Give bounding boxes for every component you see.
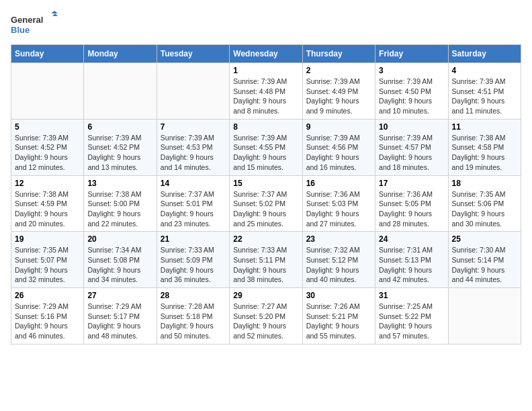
calendar-cell: 28Sunrise: 7:28 AMSunset: 5:18 PMDayligh…	[157, 288, 229, 345]
calendar-cell: 8Sunrise: 7:39 AMSunset: 4:55 PMDaylight…	[230, 119, 302, 175]
sunrise-text: Sunrise: 7:27 AM	[233, 302, 298, 312]
daylight-text: Daylight: 9 hours and 30 minutes.	[452, 209, 517, 228]
daylight-text: Daylight: 9 hours and 20 minutes.	[15, 209, 80, 228]
day-info: Sunrise: 7:37 AMSunset: 5:02 PMDaylight:…	[233, 189, 298, 229]
day-number: 8	[233, 122, 298, 132]
day-number: 10	[379, 122, 444, 132]
sunset-text: Sunset: 4:58 PM	[452, 142, 517, 152]
day-number: 7	[161, 122, 226, 132]
sunset-text: Sunset: 5:12 PM	[306, 255, 371, 265]
sunset-text: Sunset: 5:01 PM	[161, 199, 226, 209]
calendar-cell: 1Sunrise: 7:39 AMSunset: 4:48 PMDaylight…	[230, 63, 302, 120]
sunset-text: Sunset: 5:16 PM	[15, 312, 80, 322]
calendar-cell: 12Sunrise: 7:38 AMSunset: 4:59 PMDayligh…	[11, 175, 84, 232]
sunset-text: Sunset: 5:18 PM	[161, 312, 226, 322]
day-info: Sunrise: 7:29 AMSunset: 5:17 PMDaylight:…	[87, 302, 152, 341]
day-number: 31	[379, 291, 444, 300]
sunset-text: Sunset: 5:22 PM	[379, 312, 444, 322]
calendar-cell: 6Sunrise: 7:39 AMSunset: 4:52 PMDaylight…	[84, 119, 157, 175]
sunrise-text: Sunrise: 7:33 AM	[233, 245, 298, 255]
daylight-text: Daylight: 9 hours and 48 minutes.	[87, 321, 152, 340]
daylight-text: Daylight: 9 hours and 27 minutes.	[306, 209, 371, 228]
day-number: 29	[233, 291, 298, 300]
sunrise-text: Sunrise: 7:37 AM	[161, 189, 226, 199]
sunrise-text: Sunrise: 7:39 AM	[306, 133, 371, 143]
daylight-text: Daylight: 9 hours and 38 minutes.	[233, 265, 298, 285]
calendar-cell	[11, 63, 84, 120]
daylight-text: Daylight: 9 hours and 55 minutes.	[306, 321, 371, 340]
calendar-cell: 13Sunrise: 7:38 AMSunset: 5:00 PMDayligh…	[84, 175, 157, 232]
daylight-text: Daylight: 9 hours and 22 minutes.	[87, 209, 152, 228]
sunset-text: Sunset: 5:17 PM	[87, 312, 152, 322]
day-info: Sunrise: 7:27 AMSunset: 5:20 PMDaylight:…	[233, 302, 298, 341]
calendar-cell: 5Sunrise: 7:39 AMSunset: 4:52 PMDaylight…	[11, 119, 84, 175]
calendar-cell: 14Sunrise: 7:37 AMSunset: 5:01 PMDayligh…	[157, 175, 229, 232]
day-header-thursday: Thursday	[302, 45, 375, 63]
day-info: Sunrise: 7:39 AMSunset: 4:56 PMDaylight:…	[306, 133, 371, 173]
calendar-cell	[84, 63, 157, 120]
calendar-cell: 30Sunrise: 7:26 AMSunset: 5:21 PMDayligh…	[302, 288, 375, 345]
day-number: 5	[15, 122, 80, 132]
day-number: 22	[233, 234, 298, 244]
sunset-text: Sunset: 4:59 PM	[15, 199, 80, 209]
sunrise-text: Sunrise: 7:34 AM	[87, 245, 152, 255]
day-info: Sunrise: 7:37 AMSunset: 5:01 PMDaylight:…	[161, 189, 226, 229]
day-info: Sunrise: 7:38 AMSunset: 5:00 PMDaylight:…	[87, 189, 152, 229]
sunset-text: Sunset: 5:21 PM	[306, 312, 371, 322]
week-row-1: 1Sunrise: 7:39 AMSunset: 4:48 PMDaylight…	[11, 63, 521, 120]
day-number: 2	[306, 66, 371, 75]
day-info: Sunrise: 7:39 AMSunset: 4:57 PMDaylight:…	[379, 133, 444, 173]
day-info: Sunrise: 7:35 AMSunset: 5:07 PMDaylight:…	[15, 245, 80, 285]
daylight-text: Daylight: 9 hours and 18 minutes.	[379, 152, 444, 172]
day-number: 28	[161, 291, 226, 300]
svg-text:Blue: Blue	[11, 25, 30, 35]
days-header-row: SundayMondayTuesdayWednesdayThursdayFrid…	[11, 45, 521, 63]
daylight-text: Daylight: 9 hours and 50 minutes.	[161, 321, 226, 340]
sunset-text: Sunset: 5:09 PM	[161, 255, 226, 265]
day-header-monday: Monday	[84, 45, 157, 63]
calendar-cell: 11Sunrise: 7:38 AMSunset: 4:58 PMDayligh…	[448, 119, 521, 175]
sunset-text: Sunset: 5:05 PM	[379, 199, 444, 209]
day-info: Sunrise: 7:25 AMSunset: 5:22 PMDaylight:…	[379, 302, 444, 341]
calendar-cell: 2Sunrise: 7:39 AMSunset: 4:49 PMDaylight…	[302, 63, 375, 120]
sunset-text: Sunset: 4:56 PM	[306, 142, 371, 152]
daylight-text: Daylight: 9 hours and 14 minutes.	[161, 152, 226, 172]
daylight-text: Daylight: 9 hours and 36 minutes.	[161, 265, 226, 285]
sunrise-text: Sunrise: 7:38 AM	[15, 189, 80, 199]
sunrise-text: Sunrise: 7:39 AM	[379, 77, 444, 87]
day-number: 30	[306, 291, 371, 300]
day-number: 21	[161, 234, 226, 244]
day-info: Sunrise: 7:38 AMSunset: 4:58 PMDaylight:…	[452, 133, 517, 173]
day-info: Sunrise: 7:29 AMSunset: 5:16 PMDaylight:…	[15, 302, 80, 341]
sunrise-text: Sunrise: 7:35 AM	[15, 245, 80, 255]
day-info: Sunrise: 7:36 AMSunset: 5:05 PMDaylight:…	[379, 189, 444, 229]
daylight-text: Daylight: 9 hours and 23 minutes.	[161, 209, 226, 228]
day-number: 6	[87, 122, 152, 132]
calendar-cell: 25Sunrise: 7:30 AMSunset: 5:14 PMDayligh…	[448, 232, 521, 288]
sunrise-text: Sunrise: 7:26 AM	[306, 302, 371, 312]
calendar-cell: 21Sunrise: 7:33 AMSunset: 5:09 PMDayligh…	[157, 232, 229, 288]
daylight-text: Daylight: 9 hours and 8 minutes.	[233, 96, 298, 116]
daylight-text: Daylight: 9 hours and 12 minutes.	[15, 152, 80, 172]
calendar-cell: 23Sunrise: 7:32 AMSunset: 5:12 PMDayligh…	[302, 232, 375, 288]
sunset-text: Sunset: 4:51 PM	[452, 87, 517, 97]
daylight-text: Daylight: 9 hours and 57 minutes.	[379, 321, 444, 340]
sunset-text: Sunset: 4:52 PM	[87, 142, 152, 152]
week-row-5: 26Sunrise: 7:29 AMSunset: 5:16 PMDayligh…	[11, 288, 521, 345]
sunrise-text: Sunrise: 7:39 AM	[233, 133, 298, 143]
calendar-cell: 3Sunrise: 7:39 AMSunset: 4:50 PMDaylight…	[375, 63, 448, 120]
sunrise-text: Sunrise: 7:28 AM	[161, 302, 226, 312]
calendar-cell: 31Sunrise: 7:25 AMSunset: 5:22 PMDayligh…	[375, 288, 448, 345]
day-info: Sunrise: 7:36 AMSunset: 5:03 PMDaylight:…	[306, 189, 371, 229]
sunset-text: Sunset: 5:08 PM	[87, 255, 152, 265]
sunset-text: Sunset: 4:52 PM	[15, 142, 80, 152]
day-info: Sunrise: 7:32 AMSunset: 5:12 PMDaylight:…	[306, 245, 371, 285]
day-number: 26	[15, 291, 80, 300]
daylight-text: Daylight: 9 hours and 44 minutes.	[452, 265, 517, 285]
sunset-text: Sunset: 4:49 PM	[306, 87, 371, 97]
calendar-cell	[448, 288, 521, 345]
day-info: Sunrise: 7:28 AMSunset: 5:18 PMDaylight:…	[161, 302, 226, 341]
day-header-wednesday: Wednesday	[230, 45, 302, 63]
sunset-text: Sunset: 5:06 PM	[452, 199, 517, 209]
daylight-text: Daylight: 9 hours and 11 minutes.	[452, 96, 517, 116]
